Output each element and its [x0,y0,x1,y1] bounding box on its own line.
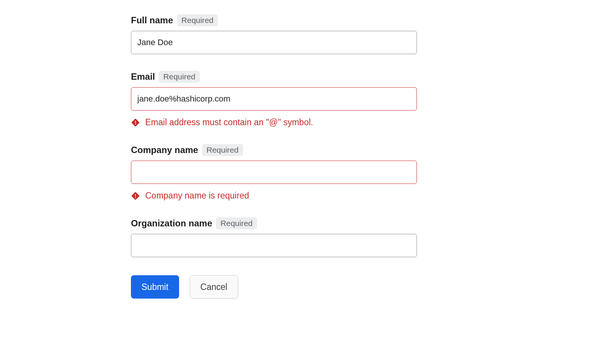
organization-name-field: Organization name Required [131,217,417,257]
form-container: Full name Required Email Required Email … [131,14,417,299]
required-badge: Required [216,217,257,229]
company-name-error-row: Company name is required [131,191,417,201]
email-label: Email [131,71,155,82]
svg-point-2 [135,123,136,124]
company-name-field: Company name Required Company name is re… [131,144,417,201]
error-diamond-icon [131,118,140,127]
full-name-field: Full name Required [131,14,417,54]
full-name-label-row: Full name Required [131,14,417,26]
required-badge: Required [177,14,218,26]
organization-name-input[interactable] [131,234,417,257]
full-name-input[interactable] [131,31,417,54]
email-label-row: Email Required [131,71,417,83]
email-error-row: Email address must contain an "@" symbol… [131,117,417,127]
submit-button[interactable]: Submit [131,275,179,299]
cancel-button[interactable]: Cancel [190,275,239,299]
required-badge: Required [202,144,243,156]
required-badge: Required [159,71,200,83]
email-field: Email Required Email address must contai… [131,71,417,127]
full-name-label: Full name [131,15,173,26]
organization-name-label: Organization name [131,218,212,229]
svg-point-5 [135,197,136,198]
button-row: Submit Cancel [131,275,417,299]
company-name-label-row: Company name Required [131,144,417,156]
company-name-input[interactable] [131,161,417,184]
email-error-text: Email address must contain an "@" symbol… [145,117,313,127]
company-name-label: Company name [131,145,198,155]
svg-rect-4 [135,194,136,196]
svg-rect-1 [135,121,136,123]
error-diamond-icon [131,191,140,200]
email-input[interactable] [131,87,417,111]
organization-name-label-row: Organization name Required [131,217,417,229]
company-name-error-text: Company name is required [145,191,249,201]
